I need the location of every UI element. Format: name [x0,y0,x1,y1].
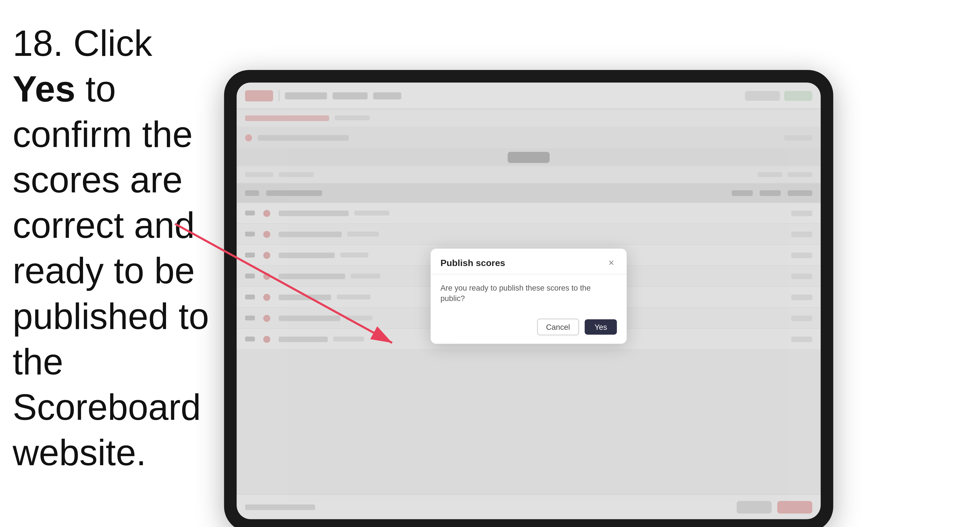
tablet-device: Publish scores × Are you ready to publis… [224,70,834,527]
modal-footer: Cancel Yes [431,313,627,344]
yes-button[interactable]: Yes [585,319,617,335]
modal-close-button[interactable]: × [606,257,617,268]
instruction-bold: Yes [13,68,75,109]
modal-body: Are you ready to publish these scores to… [431,275,627,313]
modal-message: Are you ready to publish these scores to… [441,283,617,305]
cancel-button[interactable]: Cancel [537,319,579,335]
step-number: 18. [13,23,63,64]
instruction-text: 18. Click Yes to confirm the scores are … [13,21,216,476]
modal-header: Publish scores × [431,249,627,275]
tablet-screen: Publish scores × Are you ready to publis… [237,83,821,519]
modal-title: Publish scores [441,257,505,268]
publish-scores-modal: Publish scores × Are you ready to publis… [431,249,627,344]
instruction-prefix: Click [73,23,152,64]
instruction-suffix: to confirm the scores are correct and re… [13,68,209,473]
